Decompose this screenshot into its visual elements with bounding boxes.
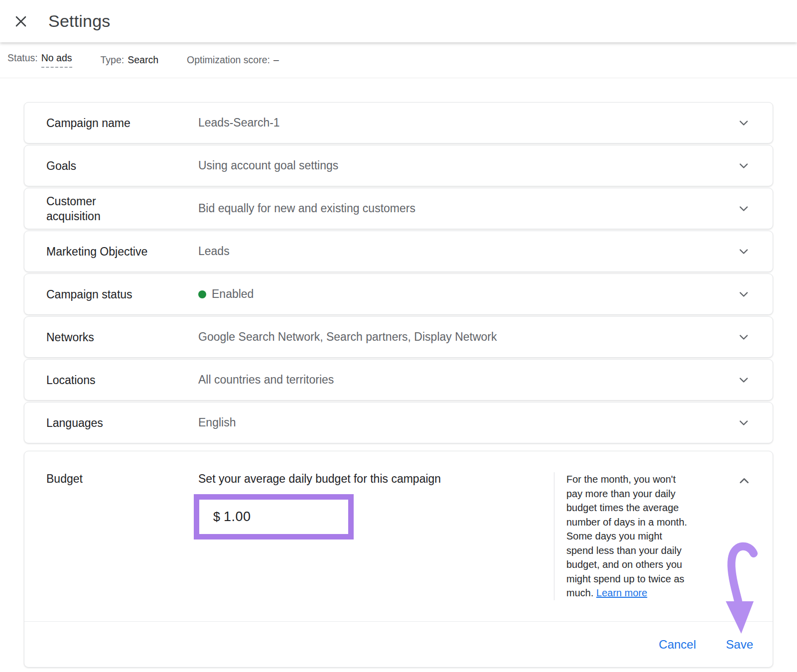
status-label: Status: [7, 52, 38, 64]
locations-label: Locations [46, 373, 198, 388]
optimization-score-label: Optimization score: [187, 54, 270, 66]
budget-main: Budget Set your average daily budget for… [24, 451, 773, 600]
optimization-score-value: – [273, 54, 279, 66]
chevron-down-icon[interactable] [737, 159, 751, 173]
budget-help-panel: For the month, you won't pay more than y… [554, 472, 773, 600]
status-item-type: Type: Search [101, 54, 159, 66]
chevron-down-icon[interactable] [737, 287, 751, 301]
settings-panel: Campaign name Leads-Search-1 Goals Using… [0, 78, 797, 668]
chevron-down-icon[interactable] [737, 416, 751, 430]
budget-amount-highlight: $ 1.00 [194, 494, 354, 539]
budget-amount-value: 1.00 [224, 509, 251, 525]
locations-value: All countries and territories [198, 373, 737, 387]
budget-editor: Set your average daily budget for this c… [198, 472, 554, 600]
row-goals[interactable]: Goals Using account goal settings [24, 145, 773, 186]
budget-section: Budget Set your average daily budget for… [24, 451, 773, 668]
chevron-down-icon[interactable] [737, 373, 751, 387]
campaign-status-text: Enabled [212, 287, 254, 301]
row-languages[interactable]: Languages English [24, 402, 773, 443]
goals-label: Goals [46, 158, 198, 173]
close-button[interactable] [12, 13, 29, 30]
budget-label: Budget [46, 472, 198, 600]
goals-value: Using account goal settings [198, 159, 737, 172]
cancel-button[interactable]: Cancel [659, 638, 696, 652]
learn-more-link[interactable]: Learn more [596, 587, 647, 598]
chevron-down-icon[interactable] [737, 245, 751, 259]
chevron-up-icon[interactable] [737, 473, 752, 490]
campaign-name-label: Campaign name [46, 116, 198, 131]
campaign-name-value: Leads-Search-1 [198, 116, 737, 130]
budget-amount-field[interactable]: $ 1.00 [199, 509, 348, 525]
row-locations[interactable]: Locations All countries and territories [24, 359, 773, 401]
campaign-status-bar: Status: No ads Type: Search Optimization… [0, 42, 797, 78]
row-campaign-status[interactable]: Campaign status Enabled [24, 273, 773, 315]
chevron-down-icon[interactable] [737, 202, 751, 216]
row-campaign-name[interactable]: Campaign name Leads-Search-1 [24, 102, 773, 143]
currency-symbol: $ [213, 510, 220, 524]
customer-acquisition-value: Bid equally for new and existing custome… [198, 202, 737, 215]
type-label: Type: [101, 54, 125, 66]
row-marketing-objective[interactable]: Marketing Objective Leads [24, 231, 773, 272]
campaign-status-value: Enabled [198, 287, 737, 301]
row-networks[interactable]: Networks Google Search Network, Search p… [24, 316, 773, 358]
marketing-objective-value: Leads [198, 245, 737, 258]
status-item-status: Status: No ads [7, 52, 72, 68]
chevron-down-icon[interactable] [737, 330, 751, 344]
status-item-optimization-score: Optimization score: – [187, 54, 279, 66]
budget-footer: Cancel Save [24, 621, 773, 667]
type-value: Search [128, 54, 158, 66]
budget-prompt: Set your average daily budget for this c… [198, 472, 554, 486]
close-icon [13, 14, 28, 29]
chevron-down-icon[interactable] [737, 116, 751, 130]
status-value: No ads [41, 52, 72, 68]
networks-label: Networks [46, 330, 198, 345]
networks-value: Google Search Network, Search partners, … [198, 330, 737, 344]
enabled-status-dot [198, 290, 206, 298]
languages-label: Languages [46, 415, 198, 430]
campaign-status-label: Campaign status [46, 287, 198, 302]
marketing-objective-label: Marketing Objective [46, 244, 198, 259]
budget-help-text: For the month, you won't pay more than y… [566, 472, 705, 600]
save-button[interactable]: Save [726, 638, 753, 652]
customer-acquisition-label: Customer acquisition [46, 194, 198, 224]
settings-header: Settings [0, 0, 797, 42]
page-title: Settings [48, 11, 110, 31]
languages-value: English [198, 416, 737, 429]
row-customer-acquisition[interactable]: Customer acquisition Bid equally for new… [24, 188, 773, 229]
